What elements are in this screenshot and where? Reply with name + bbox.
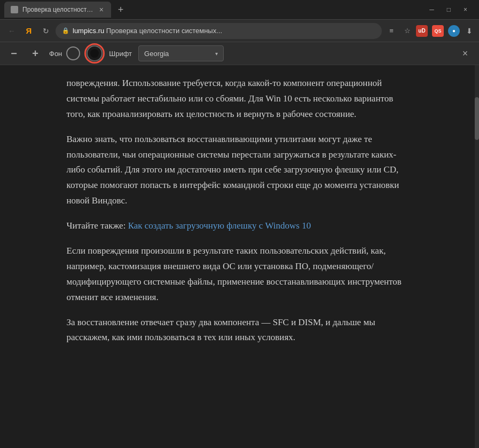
address-bar[interactable]: 🔒 lumpics.ru Проверка целостности систем…: [56, 23, 382, 39]
browser-addon[interactable]: ●: [448, 25, 460, 37]
tab-title: Проверка целостности с: [22, 6, 94, 13]
nav-bar: ← Я ↻ 🔒 lumpics.ru Проверка целостности …: [0, 19, 479, 42]
tab-close-button[interactable]: ×: [98, 4, 105, 15]
tab-bar: Проверка целостности с × + ─ □ ×: [0, 0, 479, 19]
bg-dark-circle: [87, 45, 103, 61]
nav-actions: ≡ ☆ uD QS ● ⬇: [384, 23, 475, 38]
reader-close-button[interactable]: ×: [458, 46, 473, 61]
paragraph-3: Если повреждения произошли в результате …: [67, 243, 409, 305]
qs-addon[interactable]: QS: [432, 25, 444, 37]
bg-label: Фон: [49, 50, 62, 58]
font-select-value: Georgia: [144, 50, 211, 58]
font-label: Шрифт: [109, 50, 132, 58]
paragraph-4: За восстановление отвечает сразу два ком…: [67, 315, 409, 346]
scrollbar-track[interactable]: [475, 65, 479, 448]
tab-favicon: [11, 6, 18, 13]
window-maximize-button[interactable]: □: [444, 5, 454, 14]
bg-dark-radio[interactable]: [87, 45, 103, 61]
scrollbar-thumb[interactable]: [475, 97, 479, 140]
active-tab[interactable]: Проверка целостности с ×: [4, 2, 111, 18]
ublock-addon[interactable]: uD: [416, 25, 428, 37]
paragraph-read-also: Читайте также: Как создать загрузочную ф…: [67, 218, 409, 234]
read-also-label: Читайте также:: [67, 221, 128, 231]
window-close-button[interactable]: ×: [460, 5, 470, 14]
address-text: lumpics.ru Проверка целостности системны…: [73, 27, 375, 35]
yandex-logo: Я: [21, 23, 36, 38]
reader-toolbar: − + Фон Шрифт Georgia ▾ ×: [0, 42, 479, 65]
refresh-button[interactable]: ↻: [38, 23, 53, 38]
window-minimize-button[interactable]: ─: [426, 5, 437, 14]
paragraph-2: Важно знать, что пользоваться восстанавл…: [67, 132, 409, 209]
font-select-dropdown[interactable]: Georgia ▾: [138, 45, 224, 61]
back-button[interactable]: ←: [4, 23, 19, 38]
browser-chrome: Проверка целостности с × + ─ □ × ← Я ↻ 🔒…: [0, 0, 479, 65]
bg-light-radio[interactable]: [66, 46, 80, 60]
window-controls: ─ □ ×: [426, 5, 475, 14]
article-content: повреждения. Использование требуется, ко…: [45, 65, 430, 448]
content-area: повреждения. Использование требуется, ко…: [0, 65, 479, 448]
font-size-increase-button[interactable]: +: [28, 46, 43, 61]
font-size-decrease-button[interactable]: −: [6, 46, 21, 61]
lock-icon: 🔒: [62, 27, 69, 34]
bookmark-button[interactable]: ☆: [400, 23, 415, 38]
chevron-down-icon: ▾: [215, 51, 218, 57]
new-tab-button[interactable]: +: [113, 2, 128, 17]
download-button[interactable]: ⬇: [464, 26, 475, 36]
bg-light-circle: [66, 46, 80, 60]
paragraph-1: повреждения. Использование требуется, ко…: [67, 76, 409, 122]
reader-mode-button[interactable]: ≡: [384, 23, 399, 38]
read-also-link[interactable]: Как создать загрузочную флешку с Windows…: [128, 221, 311, 231]
